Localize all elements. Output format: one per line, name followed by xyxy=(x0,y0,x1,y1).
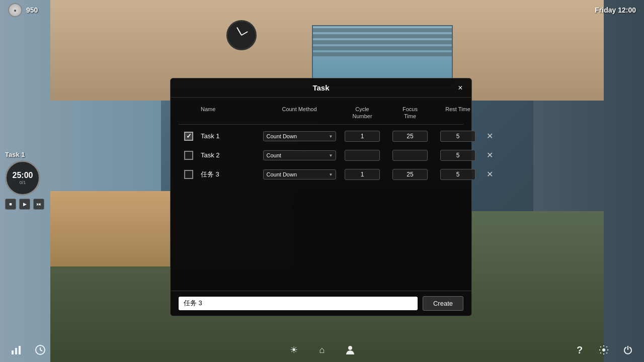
task-name-2: Task 2 xyxy=(199,151,259,159)
play-button[interactable]: ▶ xyxy=(19,199,30,210)
cycle-cell-1 xyxy=(340,131,385,142)
delete-cell-1: ✕ xyxy=(480,129,499,143)
home-nav-icon[interactable]: ⌂ xyxy=(314,342,330,358)
focus-input-2[interactable] xyxy=(392,150,428,161)
blind-bar xyxy=(313,34,452,38)
focus-input-1[interactable] xyxy=(392,131,428,142)
focus-cell-1 xyxy=(385,131,435,142)
delete-cell-2: ✕ xyxy=(480,148,499,162)
top-bar: ● 950 Friday 12:00 xyxy=(0,0,644,20)
svg-point-0 xyxy=(348,346,352,350)
cycle-input-1[interactable] xyxy=(345,131,380,142)
delete-button-2[interactable]: ✕ xyxy=(482,148,497,162)
delete-button-1[interactable]: ✕ xyxy=(482,129,497,143)
method-cell-2: Count Down Count Count Up xyxy=(259,150,340,160)
modal-close-button[interactable]: × xyxy=(454,82,466,94)
checkbox-cell-1: ✓ xyxy=(179,132,199,141)
method-cell-3: Count Down Count Count Up xyxy=(259,169,340,179)
window-blinds xyxy=(312,25,453,85)
next-button[interactable]: ⏭ xyxy=(33,199,44,210)
method-select-wrapper-3: Count Down Count Count Up xyxy=(263,169,336,179)
delete-button-3[interactable]: ✕ xyxy=(482,167,497,182)
delete-cell-3: ✕ xyxy=(480,167,499,182)
datetime-display: Friday 12:00 xyxy=(595,6,636,14)
checkbox-cell-3 xyxy=(179,170,199,179)
method-select-2[interactable]: Count Down Count Count Up xyxy=(263,150,336,160)
cycle-input-2[interactable] xyxy=(345,150,380,161)
create-button[interactable]: Create xyxy=(423,296,463,311)
task-name-3: 任务 3 xyxy=(199,170,259,179)
focus-input-3[interactable] xyxy=(392,169,428,180)
task-checkbox-3[interactable] xyxy=(184,170,193,179)
rest-input-2[interactable] xyxy=(440,150,475,161)
left-task-panel: Task 1 25:00 0/1 ■ ▶ ⏭ xyxy=(5,151,44,210)
coin-icon: ● xyxy=(8,3,22,17)
timer-circle: 25:00 0/1 xyxy=(5,160,40,196)
score-area: ● 950 xyxy=(8,3,38,17)
score-value: 950 xyxy=(26,6,38,14)
task-checkbox-2[interactable] xyxy=(184,151,193,160)
wall-clock xyxy=(226,20,257,50)
col-name-header: Name xyxy=(199,105,259,121)
rest-input-3[interactable] xyxy=(440,169,475,180)
table-row: ✓ Task 1 Count Down Count Count Up xyxy=(179,127,463,146)
timer-controls: ■ ▶ ⏭ xyxy=(5,199,44,210)
blind-bar xyxy=(313,40,452,44)
task-table: Name Count Method CycleNumber FocusTime … xyxy=(171,98,471,190)
person-nav-icon[interactable] xyxy=(342,342,358,358)
col-focus-header: FocusTime xyxy=(385,105,435,121)
timer-display: 25:00 xyxy=(13,171,33,180)
blind-bar xyxy=(313,52,452,56)
modal-title: Task xyxy=(312,83,329,92)
modal-empty-area xyxy=(171,190,471,291)
col-method-header: Count Method xyxy=(259,105,340,121)
method-select-3[interactable]: Count Down Count Count Up xyxy=(263,169,336,179)
method-select-wrapper-2: Count Down Count Count Up xyxy=(263,150,336,160)
blind-bar xyxy=(313,28,452,32)
blind-bar xyxy=(313,46,452,50)
checkbox-cell-2 xyxy=(179,151,199,160)
rest-cell-1 xyxy=(435,131,480,142)
rest-cell-2 xyxy=(435,150,480,161)
method-select-wrapper-1: Count Down Count Count Up xyxy=(263,131,336,141)
method-cell-1: Count Down Count Count Up xyxy=(259,131,340,141)
modal-footer: Create xyxy=(171,291,471,316)
method-select-1[interactable]: Count Down Count Count Up xyxy=(263,131,336,141)
task-name-1: Task 1 xyxy=(199,132,259,140)
task-modal: Task × Name Count Method CycleNumber Foc… xyxy=(170,78,472,316)
sun-nav-icon[interactable]: ☀ xyxy=(286,342,302,358)
table-row: Task 2 Count Down Count Count Up xyxy=(179,146,463,165)
task-checkbox-1[interactable]: ✓ xyxy=(184,132,193,141)
bottom-nav: ☀ ⌂ xyxy=(0,342,644,358)
checkmark-1: ✓ xyxy=(186,132,192,140)
table-header: Name Count Method CycleNumber FocusTime … xyxy=(179,102,463,125)
col-rest-header: Rest Time xyxy=(435,105,480,121)
rest-input-1[interactable] xyxy=(440,131,475,142)
cycle-cell-3 xyxy=(340,169,385,180)
rest-cell-3 xyxy=(435,169,480,180)
table-row: 任务 3 Count Down Count Count Up xyxy=(179,165,463,184)
col-delete-header xyxy=(480,105,499,121)
col-checkbox xyxy=(179,105,199,121)
col-cycle-header: CycleNumber xyxy=(340,105,385,121)
table-body: ✓ Task 1 Count Down Count Count Up xyxy=(179,125,463,186)
timer-sub: 0/1 xyxy=(20,180,26,185)
new-task-name-input[interactable] xyxy=(179,297,418,310)
active-task-label: Task 1 xyxy=(5,151,44,158)
focus-cell-3 xyxy=(385,169,435,180)
stop-button[interactable]: ■ xyxy=(5,199,16,210)
cycle-input-3[interactable] xyxy=(345,169,380,180)
modal-header: Task × xyxy=(171,78,471,98)
focus-cell-2 xyxy=(385,150,435,161)
cycle-cell-2 xyxy=(340,150,385,161)
